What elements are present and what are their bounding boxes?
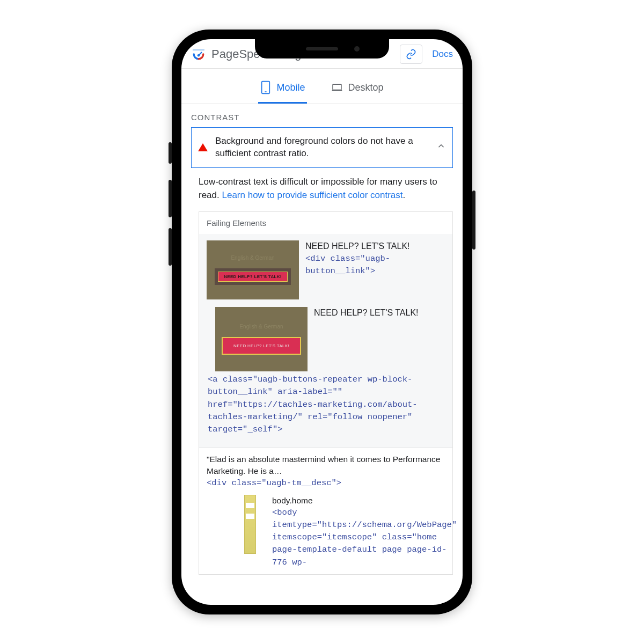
tab-mobile-label: Mobile xyxy=(276,82,305,93)
chevron-up-icon xyxy=(436,141,446,153)
phone-volume-down xyxy=(169,228,172,266)
failing-element-code: <body itemtype="https://schema.org/WebPa… xyxy=(272,507,457,569)
phone-frame: PageSpeed Insights Docs Mobile xyxy=(172,30,472,614)
svg-rect-5 xyxy=(333,84,341,90)
pagespeed-logo-icon xyxy=(191,48,206,60)
tab-mobile[interactable]: Mobile xyxy=(258,75,307,104)
phone-mute-switch xyxy=(169,142,172,164)
phone-screen: PageSpeed Insights Docs Mobile xyxy=(181,39,463,605)
failing-element-text: NEED HELP? LET'S TALK! xyxy=(314,307,419,319)
failing-element-code: <div class="uagb-tm__desc"> xyxy=(207,477,445,489)
failing-elements-header: Failing Elements xyxy=(199,212,452,234)
failing-elements-body: English & German NEED HELP? LET'S TALK! … xyxy=(199,234,452,448)
failing-element-details: NEED HELP? LET'S TALK! <div class="uagb-… xyxy=(305,240,445,299)
failing-element-row: body.home <body itemtype="https://schema… xyxy=(207,495,445,569)
thumb-button-text: NEED HELP? LET'S TALK! xyxy=(222,337,301,355)
failing-element-row: English & German NEED HELP? LET'S TALK! … xyxy=(207,307,445,371)
failing-element-row: "Elad is an absolute mastermind when it … xyxy=(199,448,452,574)
failing-element-code: <div class="uagb-button__link"> xyxy=(305,253,445,278)
thumb-caption: English & German xyxy=(239,324,283,330)
audit-description: Low-contrast text is difficult or imposs… xyxy=(181,168,463,206)
mobile-icon xyxy=(260,80,271,94)
docs-link[interactable]: Docs xyxy=(432,49,453,60)
audit-contrast[interactable]: Background and foreground colors do not … xyxy=(191,127,453,168)
device-tabs: Mobile Desktop xyxy=(181,69,463,104)
failing-element-code: <a class="uagb-buttons-repeater wp-block… xyxy=(207,374,445,441)
element-thumbnail: English & German NEED HELP? LET'S TALK! xyxy=(207,240,299,299)
app-content: PageSpeed Insights Docs Mobile xyxy=(181,39,463,605)
section-label: CONTRAST xyxy=(191,113,453,122)
copy-link-button[interactable] xyxy=(400,45,422,64)
svg-line-2 xyxy=(199,53,202,56)
learn-more-link[interactable]: Learn how to provide sufficient color co… xyxy=(222,190,402,200)
desktop-icon xyxy=(332,80,342,94)
failing-element-text: "Elad is an absolute mastermind when it … xyxy=(207,453,445,477)
thumb-button-text: NEED HELP? LET'S TALK! xyxy=(218,272,287,282)
contrast-section: CONTRAST Background and foreground color… xyxy=(181,104,463,168)
failing-element-text: NEED HELP? LET'S TALK! xyxy=(305,240,445,252)
tab-desktop-label: Desktop xyxy=(348,82,383,93)
failing-elements-panel: Failing Elements English & German NEED H… xyxy=(199,211,453,575)
element-thumbnail xyxy=(244,495,256,554)
link-icon xyxy=(406,49,416,60)
phone-notch xyxy=(255,39,389,58)
svg-rect-0 xyxy=(193,49,204,50)
failing-element-details: NEED HELP? LET'S TALK! xyxy=(314,307,419,371)
phone-power-button xyxy=(472,191,475,250)
audit-title: Background and foreground colors do not … xyxy=(215,135,429,160)
phone-camera xyxy=(354,46,360,52)
phone-volume-up xyxy=(169,180,172,217)
phone-speaker xyxy=(306,47,338,50)
failing-element-text: body.home xyxy=(272,495,457,507)
warning-triangle-icon xyxy=(198,143,208,151)
failing-element-details: body.home <body itemtype="https://schema… xyxy=(272,495,457,569)
thumb-caption: English & German xyxy=(231,255,274,261)
tab-desktop[interactable]: Desktop xyxy=(330,75,385,104)
failing-element-row: English & German NEED HELP? LET'S TALK! … xyxy=(207,240,445,299)
element-thumbnail: English & German NEED HELP? LET'S TALK! xyxy=(215,307,308,371)
